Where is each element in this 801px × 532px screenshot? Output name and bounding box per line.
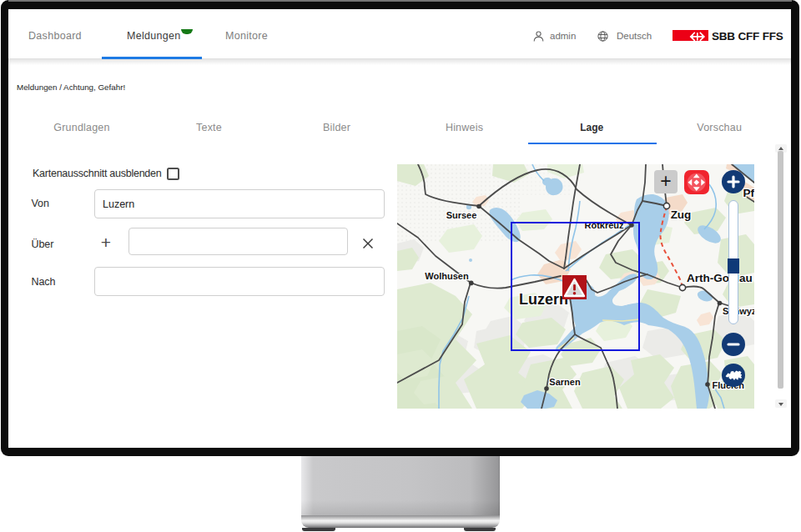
svg-text:Rotkreuz: Rotkreuz [584,220,624,230]
svg-text:Zug: Zug [671,208,692,221]
svg-text:Luzern: Luzern [519,291,568,308]
svg-text:Wolhusen: Wolhusen [425,271,469,281]
svg-text:Sursee: Sursee [446,210,477,220]
svg-text:Schwyz: Schwyz [723,306,754,316]
svg-text:Sarnen: Sarnen [549,377,581,387]
svg-text:Arth-Goldau: Arth-Goldau [687,272,753,284]
